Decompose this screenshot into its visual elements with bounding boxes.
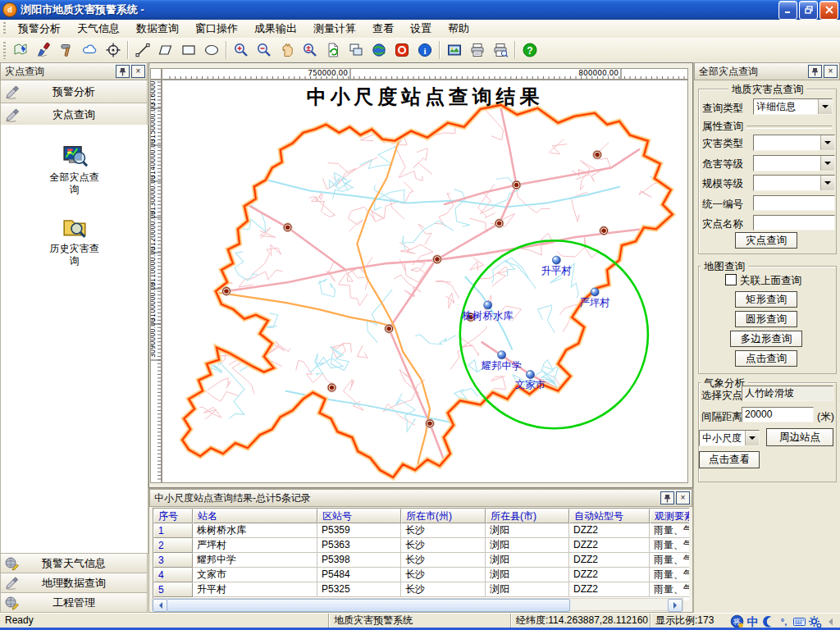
chinese-mode-icon[interactable]: 中 xyxy=(745,614,760,628)
print-button[interactable] xyxy=(466,39,489,62)
menu-grip[interactable] xyxy=(3,22,6,34)
scroll-left-button[interactable] xyxy=(153,599,167,612)
layers-button[interactable] xyxy=(345,39,368,62)
print-preview-button[interactable] xyxy=(489,39,512,62)
menu-item-5[interactable]: 成果输出 xyxy=(246,20,305,38)
table-row[interactable]: 1株树桥水库P5359长沙浏阳DZZ2雨量、气 xyxy=(153,523,689,538)
规模等级-combo[interactable] xyxy=(753,175,835,191)
view-button[interactable]: 点击查看 xyxy=(699,451,760,468)
map-canvas[interactable]: 升平村严坪村株树桥水库耀邦中学文家市中小尺度站点查询结果 xyxy=(162,80,688,483)
zoom-extent-button[interactable] xyxy=(299,39,322,62)
disaster-point-marker[interactable] xyxy=(283,223,292,232)
pan-button[interactable] xyxy=(276,39,299,62)
disaster-point-marker[interactable] xyxy=(600,226,609,235)
collapse-arrow-icon[interactable] xyxy=(823,614,838,628)
ime-logo-icon[interactable]: 将 xyxy=(729,614,745,628)
info-button[interactable]: i xyxy=(413,39,436,62)
minimize-button[interactable] xyxy=(778,1,797,20)
disaster-point-marker[interactable] xyxy=(425,419,434,428)
menu-item-6[interactable]: 测量计算 xyxy=(305,20,364,38)
chevron-down-icon[interactable] xyxy=(818,99,832,114)
sidebar-section-灾点查询[interactable]: 灾点查询 xyxy=(0,103,148,126)
chevron-down-icon[interactable] xyxy=(745,431,759,445)
table-row[interactable]: 5升平村P5325长沙浏阳DZZ2雨量、气 xyxy=(153,582,689,597)
pin-icon[interactable] xyxy=(660,491,674,504)
menu-item-1[interactable]: 预警分析 xyxy=(10,20,69,38)
close-button[interactable] xyxy=(819,1,838,20)
统一编号-input[interactable] xyxy=(753,195,835,211)
draw-ellipse-button[interactable] xyxy=(200,39,223,62)
warning-map-button[interactable] xyxy=(10,39,33,62)
disaster-point-marker[interactable] xyxy=(593,150,602,159)
draw-line-button[interactable] xyxy=(131,39,154,62)
stop-record-button[interactable] xyxy=(390,39,413,62)
query-type-combo[interactable]: 详细信息 xyxy=(753,98,833,115)
restore-button[interactable] xyxy=(799,1,818,20)
disaster-point-marker[interactable] xyxy=(222,286,231,295)
table-hscrollbar[interactable] xyxy=(152,598,683,611)
圆形查询-button[interactable]: 圆形查询 xyxy=(735,311,797,327)
menu-item-9[interactable]: 帮助 xyxy=(440,20,477,38)
sidebar-section-预警分析[interactable]: 预警分析 xyxy=(0,80,148,103)
hammer-button[interactable] xyxy=(56,39,79,62)
disaster-point-marker[interactable] xyxy=(495,219,504,228)
灾点名称-input[interactable] xyxy=(753,215,835,231)
locate-button[interactable] xyxy=(102,39,125,62)
危害等级-combo[interactable] xyxy=(753,155,835,171)
column-header-所在市(州)[interactable]: 所在市(州) xyxy=(401,509,486,523)
menu-item-2[interactable]: 天气信息 xyxy=(69,20,128,38)
chevron-down-icon[interactable] xyxy=(820,135,834,150)
link-above-checkbox[interactable] xyxy=(725,274,737,285)
menu-item-8[interactable]: 设置 xyxy=(402,20,440,38)
sidebar-section-预警天气信息[interactable]: 预警天气信息 xyxy=(0,554,148,573)
globe-button[interactable] xyxy=(368,39,390,62)
settings-gear-icon[interactable] xyxy=(807,614,823,628)
refresh-page-button[interactable] xyxy=(322,39,345,62)
disaster-query-button[interactable]: 灾点查询 xyxy=(735,232,797,249)
punctuation-icon[interactable]: °, xyxy=(776,614,792,628)
点击查询-button[interactable]: 点击查询 xyxy=(735,350,797,367)
scroll-right-button[interactable] xyxy=(668,599,682,612)
chevron-down-icon[interactable] xyxy=(820,176,834,190)
distance-input[interactable]: 20000 xyxy=(742,407,814,422)
table-row[interactable]: 3耀邦中学P5398长沙浏阳DZZ2雨量、气 xyxy=(153,553,689,568)
select-point-field[interactable]: 人竹岭滑坡 xyxy=(742,386,833,401)
sidebar-section-地理数据查询[interactable]: 地理数据查询 xyxy=(0,573,148,593)
column-header-区站号[interactable]: 区站号 xyxy=(317,509,401,523)
disaster-point-marker[interactable] xyxy=(432,255,441,264)
chevron-down-icon[interactable] xyxy=(820,156,834,171)
menu-item-3[interactable]: 数据查询 xyxy=(128,20,187,38)
zoom-out-button[interactable] xyxy=(253,39,276,62)
scale-combo[interactable]: 中小尺度 xyxy=(699,430,760,446)
pin-icon[interactable] xyxy=(808,65,822,78)
draw-polygon-button[interactable] xyxy=(154,39,177,62)
多边形查询-button[interactable]: 多边形查询 xyxy=(730,331,802,347)
sidebar-item-历史灾害查询[interactable]: 历史灾害查询 xyxy=(1,214,148,267)
close-icon[interactable]: × xyxy=(676,491,690,504)
灾害类型-combo[interactable] xyxy=(753,135,835,151)
soft-keyboard-icon[interactable] xyxy=(792,614,807,628)
toolbar-grip[interactable] xyxy=(3,42,6,59)
menu-item-7[interactable]: 查看 xyxy=(364,20,402,38)
help-button[interactable]: ? xyxy=(518,39,541,62)
brush-button[interactable] xyxy=(33,39,56,62)
pin-icon[interactable] xyxy=(116,65,130,78)
disaster-point-marker[interactable] xyxy=(385,324,394,333)
scrollbar-thumb[interactable] xyxy=(167,599,570,612)
nearby-stations-button[interactable]: 周边站点 xyxy=(766,428,833,446)
map-svg[interactable]: 升平村严坪村株树桥水库耀邦中学文家市中小尺度站点查询结果 xyxy=(162,80,687,482)
export-image-button[interactable] xyxy=(443,39,466,62)
disaster-point-marker[interactable] xyxy=(327,383,336,392)
disaster-point-marker[interactable] xyxy=(512,180,521,189)
table-row[interactable]: 2严坪村P5363长沙浏阳DZZ2雨量、气 xyxy=(153,538,689,553)
column-header-观测要素[interactable]: 观测要素 xyxy=(650,509,689,523)
cloud-button[interactable] xyxy=(79,39,102,62)
column-header-所在县(市)[interactable]: 所在县(市) xyxy=(486,509,569,523)
close-icon[interactable]: × xyxy=(824,65,838,78)
close-icon[interactable]: × xyxy=(131,65,145,78)
column-header-序号[interactable]: 序号 xyxy=(153,509,193,523)
sidebar-item-全部灾点查询[interactable]: 全部灾点查询 xyxy=(1,143,148,196)
column-header-自动站型号[interactable]: 自动站型号 xyxy=(569,509,650,523)
menu-item-4[interactable]: 窗口操作 xyxy=(187,20,246,38)
矩形查询-button[interactable]: 矩形查询 xyxy=(735,291,797,308)
